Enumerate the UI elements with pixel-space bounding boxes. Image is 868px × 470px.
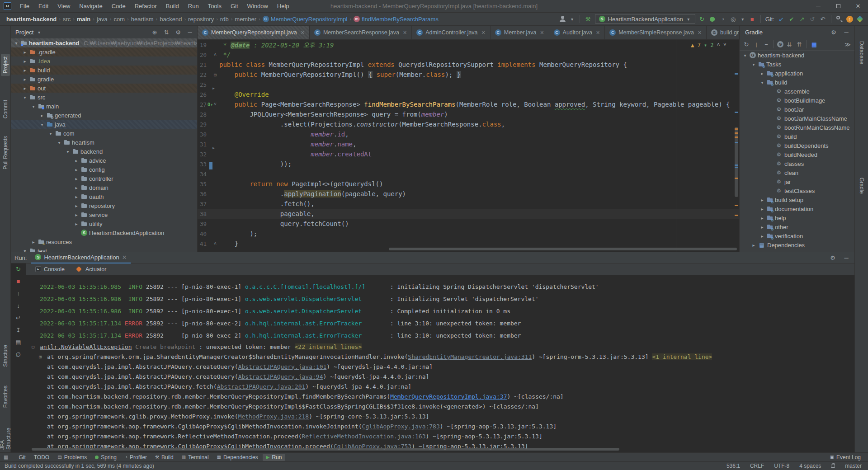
log-token[interactable]: o.a.c.c.C.[Tomcat].[localhost].[/] — [245, 283, 365, 290]
menu-run[interactable]: Run — [184, 1, 203, 11]
tree-chevron-icon[interactable]: ▾ — [760, 80, 765, 85]
overrides-method-icon[interactable]: O↑ — [208, 102, 213, 107]
caret-position[interactable]: 536:1 — [726, 463, 740, 469]
line-separator[interactable]: CRLF — [750, 463, 764, 469]
tree-chevron-icon[interactable]: ▸ — [751, 243, 756, 248]
tree-row[interactable]: ▸oauth — [11, 192, 197, 201]
tree-row[interactable]: ▸▤Dependencies — [740, 240, 854, 249]
tree-row[interactable]: ▸domain — [11, 183, 197, 192]
run-tab[interactable]: S HeartismBackendApplication ✕ — [31, 252, 130, 263]
stack-token[interactable]: AbstractJPAQuery.java:101 — [238, 363, 327, 370]
down-stack-icon[interactable]: ↓ — [15, 302, 22, 309]
fold-marker-icon[interactable]: ˄ — [214, 241, 217, 246]
tree-row[interactable]: ⚙clean — [740, 168, 854, 177]
more-options-icon[interactable]: ≫ — [844, 41, 852, 48]
editor-tab[interactable]: CAdminController.java✕ — [412, 26, 491, 39]
menu-edit[interactable]: Edit — [34, 1, 52, 11]
sidebar-tab-commit[interactable]: Commit — [1, 97, 10, 121]
stack-token[interactable]: Create breakpoint — [132, 343, 199, 350]
history-icon[interactable]: ↺ — [809, 15, 816, 23]
tree-row[interactable]: ⚙bootJar — [740, 105, 854, 114]
sidebar-tab-pull-requests[interactable]: Pull Requests — [1, 133, 10, 172]
tree-row[interactable]: ▸other — [740, 222, 854, 231]
add-config-icon[interactable]: ＋ — [752, 40, 760, 49]
stack-token[interactable]: MemberQueryRepositoryImpl.java:37 — [390, 393, 507, 400]
close-icon[interactable]: ✕ — [122, 254, 127, 261]
tree-chevron-icon[interactable]: ▾ — [22, 95, 28, 100]
close-button[interactable]: ✕ — [848, 0, 868, 12]
tree-chevron-icon[interactable]: ▾ — [31, 104, 36, 109]
toolwindow-button-event-log[interactable]: ▣Event Log — [826, 454, 865, 461]
chevron-down-icon[interactable]: ▾ — [36, 30, 42, 35]
settings-gear-icon[interactable]: ⚙ — [828, 254, 837, 261]
tree-chevron-icon[interactable]: ▸ — [760, 71, 765, 76]
tree-row[interactable]: ▾Gheartism-backend — [740, 51, 854, 60]
remove-config-icon[interactable]: − — [762, 41, 770, 48]
refresh-gradle-icon[interactable]: ↻ — [742, 41, 750, 48]
breadcrumb-item[interactable]: main — [77, 16, 90, 23]
tree-chevron-icon[interactable]: ▸ — [760, 225, 765, 230]
fold-marker-icon[interactable]: ˄ — [214, 52, 217, 57]
tree-chevron-icon[interactable]: ▸ — [760, 216, 765, 221]
tree-chevron-icon[interactable]: ▸ — [74, 194, 79, 199]
user-icon[interactable] — [559, 15, 566, 23]
status-message[interactable]: Build completed successfully in 1 sec, 5… — [5, 463, 154, 469]
maximize-button[interactable] — [828, 0, 848, 12]
sidebar-tab-gradle[interactable]: Gradle — [857, 175, 866, 197]
tree-row[interactable]: ▸documentation — [740, 204, 854, 213]
tree-chevron-icon[interactable]: ▸ — [760, 234, 765, 239]
sidebar-tab-favorites[interactable]: Favorites — [1, 383, 10, 410]
tree-row[interactable]: ▸application — [740, 69, 854, 78]
tree-row[interactable]: ▸advice — [11, 156, 197, 165]
tree-chevron-icon[interactable]: ▸ — [74, 203, 79, 208]
tree-row[interactable]: ▾test — [11, 246, 197, 252]
next-inspection-icon[interactable]: ˅ — [723, 42, 726, 48]
stack-token[interactable]: SharedEntityManagerCreator.java:311 — [408, 353, 532, 360]
file-encoding[interactable]: UTF-8 — [774, 463, 789, 469]
git-commit-icon[interactable]: ✔ — [788, 15, 795, 23]
close-icon[interactable]: ✕ — [698, 30, 702, 36]
build-file-icon[interactable]: ▦ — [810, 41, 818, 48]
breadcrumb-item[interactable]: CMemberQueryRepositoryImpl — [263, 16, 348, 23]
rerun-icon[interactable]: ↻ — [15, 265, 22, 273]
tree-chevron-icon[interactable]: ▸ — [22, 59, 28, 64]
tree-row[interactable]: ⚙testClasses — [740, 186, 854, 195]
expand-all-icon[interactable]: ⇊ — [785, 41, 793, 48]
close-icon[interactable]: ✕ — [596, 30, 600, 36]
up-stack-icon[interactable]: ↑ — [15, 290, 22, 297]
tree-chevron-icon[interactable]: ▸ — [74, 158, 79, 163]
tree-chevron-icon[interactable]: ▸ — [760, 197, 765, 202]
toolwindow-button-git[interactable]: Git — [13, 454, 29, 461]
debug-icon[interactable] — [709, 15, 716, 23]
build-hammer-icon[interactable]: ⚒ — [585, 15, 592, 23]
tree-chevron-icon[interactable]: ▸ — [22, 77, 28, 82]
breadcrumb-item[interactable]: repository — [188, 16, 214, 23]
stop-icon[interactable]: ■ — [749, 15, 756, 23]
breadcrumb-item[interactable]: heartism-backend — [6, 16, 57, 23]
tree-row[interactable]: ▾com — [11, 129, 197, 138]
tree-row[interactable]: ▸service — [11, 210, 197, 219]
stack-token[interactable]: MethodProxy.java:218 — [238, 413, 309, 420]
menu-build[interactable]: Build — [162, 1, 183, 11]
fold-toggle-icon[interactable]: ⊞ — [39, 354, 42, 360]
tree-row[interactable]: ▸.gradle — [11, 47, 197, 56]
tree-row[interactable]: ⚙bootRunMainClassName — [740, 123, 854, 132]
tree-row[interactable]: SHeartismBackendApplication — [11, 228, 197, 237]
toolwindow-button-build[interactable]: ⚒Build — [151, 454, 177, 461]
editor-scrollbar[interactable] — [733, 40, 739, 252]
tree-chevron-icon[interactable]: ▸ — [74, 212, 79, 217]
soft-wrap-icon[interactable]: ↵ — [15, 314, 22, 321]
project-panel-title[interactable]: Project — [15, 29, 33, 36]
tree-row[interactable]: ▸out — [11, 84, 197, 93]
tree-row[interactable]: ▸gradle — [11, 75, 197, 84]
tree-row[interactable]: ▸resources — [11, 237, 197, 246]
settings-gear-icon[interactable]: ⚙ — [174, 29, 183, 36]
inspections-widget[interactable]: ▲ 7 ∗ 2 ˄ ˅ — [689, 41, 728, 49]
toolwindow-button-todo[interactable]: TODO — [30, 454, 53, 461]
menu-git[interactable]: Git — [226, 1, 242, 11]
menu-view[interactable]: View — [53, 1, 74, 11]
tree-row[interactable]: ▸generated — [11, 111, 197, 120]
menu-navigate[interactable]: Navigate — [75, 1, 106, 11]
toolwindow-switcher-icon[interactable]: ▦ — [4, 454, 8, 460]
tree-row[interactable]: ▸help — [740, 213, 854, 222]
